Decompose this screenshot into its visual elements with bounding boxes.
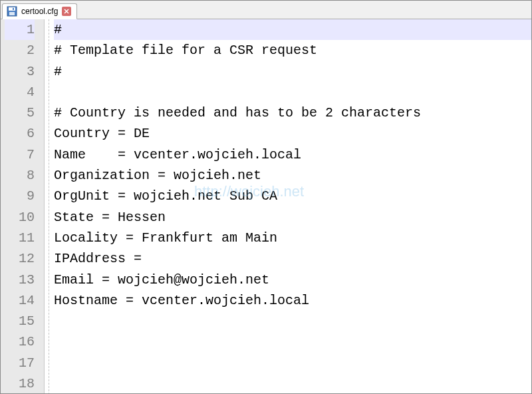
svg-rect-3 <box>13 8 14 10</box>
line-number: 18 <box>5 373 35 394</box>
line-number: 13 <box>5 270 35 290</box>
code-line <box>54 82 531 102</box>
line-number: 9 <box>5 186 35 206</box>
code-line <box>54 311 531 331</box>
line-number: 17 <box>5 353 35 373</box>
code-editor[interactable]: # # Template file for a CSR request # # … <box>45 19 531 394</box>
line-number: 16 <box>5 331 35 352</box>
svg-rect-2 <box>9 12 15 15</box>
code-line: # Country is needed and has to be 2 char… <box>54 102 531 123</box>
tab-filename: certool.cfg <box>21 7 58 16</box>
line-number: 4 <box>5 82 35 102</box>
line-number-gutter: 1 2 3 4 5 6 7 8 9 10 11 12 13 14 15 16 1… <box>1 19 45 394</box>
line-number: 7 <box>5 144 35 165</box>
line-number: 3 <box>5 61 35 82</box>
code-line <box>54 331 531 352</box>
line-number: 5 <box>5 102 35 123</box>
file-tab[interactable]: certool.cfg <box>2 3 77 19</box>
line-number: 12 <box>5 248 35 269</box>
code-line: Country = DE <box>54 123 531 144</box>
line-number: 2 <box>5 40 35 61</box>
code-line: State = Hessen <box>54 207 531 228</box>
code-line: OrgUnit = wojcieh.net Sub CA <box>54 186 531 206</box>
line-number: 15 <box>5 311 35 331</box>
file-save-icon <box>7 6 17 17</box>
line-number: 1 <box>5 19 35 40</box>
line-number: 11 <box>5 228 35 248</box>
tab-bar: certool.cfg <box>1 1 531 19</box>
code-line: # <box>54 61 531 82</box>
svg-rect-1 <box>9 7 15 11</box>
code-line: Organization = wojcieh.net <box>54 165 531 186</box>
code-line: # <box>54 19 531 40</box>
tab-close-button[interactable] <box>62 7 71 16</box>
code-line: Email = wojcieh@wojcieh.net <box>54 270 531 290</box>
code-line: # Template file for a CSR request <box>54 40 531 61</box>
line-number: 14 <box>5 290 35 311</box>
line-number: 10 <box>5 207 35 228</box>
fold-margin <box>49 19 49 394</box>
code-line: Hostname = vcenter.wojcieh.local <box>54 290 531 311</box>
line-number: 6 <box>5 123 35 144</box>
code-line <box>54 373 531 394</box>
editor-area: 1 2 3 4 5 6 7 8 9 10 11 12 13 14 15 16 1… <box>1 19 531 394</box>
code-line <box>54 353 531 373</box>
code-line: IPAddress = <box>54 248 531 269</box>
code-line: Locality = Frankfurt am Main <box>54 228 531 248</box>
code-line: Name = vcenter.wojcieh.local <box>54 144 531 165</box>
line-number: 8 <box>5 165 35 186</box>
